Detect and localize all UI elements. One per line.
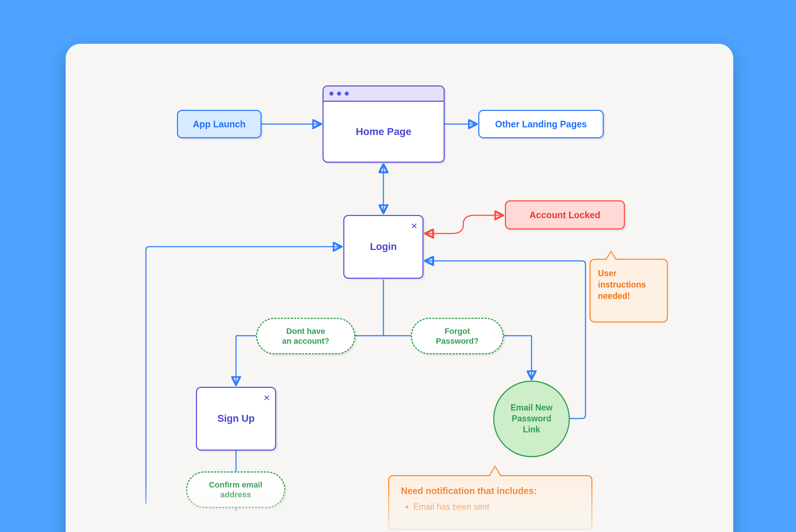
node-label: Dont have an account?	[282, 326, 329, 346]
note-text: User instructions needed!	[598, 269, 646, 301]
window-dot-icon	[345, 92, 349, 96]
node-label: Confirm email address	[209, 480, 263, 500]
node-other-landing-pages[interactable]: Other Landing Pages	[478, 110, 604, 138]
decision-dont-have-account[interactable]: Dont have an account?	[256, 318, 355, 354]
node-email-new-password-link[interactable]: Email New Password Link	[493, 381, 570, 457]
note-need-notification[interactable]: Need notification that includes: Email h…	[388, 475, 592, 530]
note-user-instructions[interactable]: User instructions needed!	[590, 259, 668, 323]
node-label: Other Landing Pages	[495, 119, 587, 130]
node-account-locked[interactable]: Account Locked	[505, 200, 625, 230]
window-dot-icon	[329, 92, 333, 96]
close-icon[interactable]: ×	[411, 220, 417, 231]
decision-forgot-password[interactable]: Forgot Password?	[411, 318, 504, 354]
flowchart-card: App Launch Home Page Other Landing Pages…	[66, 44, 733, 532]
node-app-launch[interactable]: App Launch	[177, 110, 262, 138]
note-title: Need notification that includes:	[401, 486, 580, 496]
note-list-item: Email has been sent	[413, 502, 580, 512]
note-list: Email has been sent	[401, 502, 580, 512]
node-label: Email New Password Link	[510, 402, 552, 435]
decision-confirm-email[interactable]: Confirm email address	[186, 471, 285, 508]
close-icon[interactable]: ×	[263, 392, 270, 403]
node-home-page[interactable]: Home Page	[322, 85, 445, 163]
node-label: Home Page	[324, 102, 444, 162]
node-login[interactable]: × Login	[343, 215, 424, 279]
window-dot-icon	[337, 92, 341, 96]
browser-titlebar	[324, 86, 444, 102]
node-label: Account Locked	[529, 210, 600, 220]
node-label: Sign Up	[217, 413, 255, 424]
node-label: Login	[370, 241, 397, 252]
node-label: Forgot Password?	[436, 326, 479, 346]
node-label: App Launch	[193, 119, 246, 130]
node-sign-up[interactable]: × Sign Up	[196, 387, 276, 451]
